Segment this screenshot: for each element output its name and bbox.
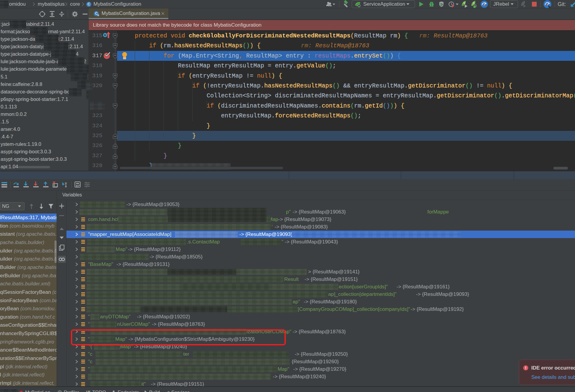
svg-text:ServiceApplication: ServiceApplication: [363, 1, 405, 7]
svg-text:JRebel: JRebel: [493, 1, 509, 7]
svg-text:Git:: Git:: [558, 1, 566, 7]
